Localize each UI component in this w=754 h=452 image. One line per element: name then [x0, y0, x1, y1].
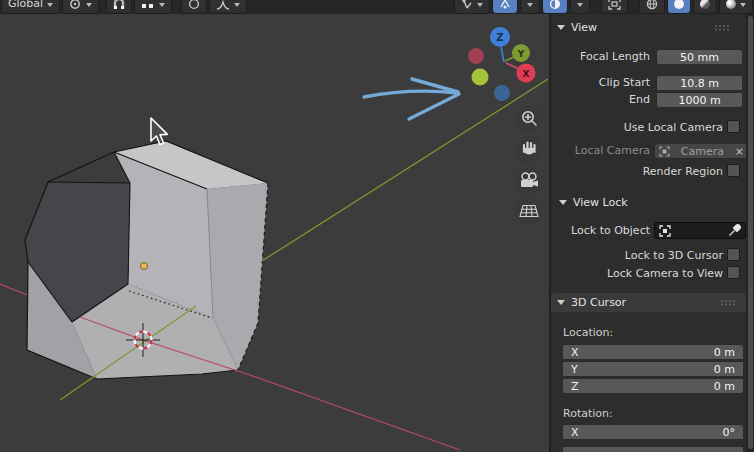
- xray-toggle[interactable]: [542, 0, 568, 14]
- viewport-header-toolbar: Global: [0, 0, 754, 14]
- gizmo-neg-y-ball[interactable]: [472, 69, 489, 86]
- focal-length-label: Focal Length: [551, 49, 650, 64]
- camera-view-button[interactable]: [515, 167, 543, 195]
- viewport-canvas[interactable]: Z Y X: [0, 0, 548, 452]
- gizmo-y-label: Y: [517, 49, 525, 59]
- gizmo-neg-z-ball[interactable]: [494, 85, 510, 101]
- snap-increment-icon: [141, 0, 155, 10]
- blender-window: { "topbar": { "orientation": "Global" },…: [0, 0, 754, 452]
- solid-sphere-icon: [674, 0, 684, 9]
- shading-wireframe-button[interactable]: [639, 0, 665, 14]
- render-region-button[interactable]: [601, 0, 628, 14]
- focal-length-field[interactable]: 50 mm: [656, 49, 743, 65]
- chevron-down-icon: [577, 3, 583, 7]
- local-camera-value: Camera: [670, 145, 735, 158]
- view-panel-title: View: [571, 21, 597, 34]
- render-region-label: Render Region: [551, 164, 723, 179]
- show-gizmo-dropdown[interactable]: [454, 0, 490, 14]
- render-region-icon: [608, 0, 621, 10]
- proportional-falloff-dropdown[interactable]: [209, 0, 247, 14]
- zoom-button[interactable]: [515, 105, 543, 133]
- use-local-camera-label: Use Local Camera: [551, 120, 723, 135]
- chevron-down-icon: [86, 3, 92, 7]
- shading-rendered-button[interactable]: [719, 0, 753, 14]
- panel-drag-grip-icon[interactable]: [714, 24, 730, 31]
- overlays-dropdown[interactable]: [520, 0, 540, 14]
- local-camera-label: Local Camera: [551, 143, 650, 158]
- cursor-location-x-field[interactable]: X 0 m: [562, 344, 744, 360]
- lock-to-object-field[interactable]: [654, 222, 746, 239]
- lock-to-3d-cursor-checkbox[interactable]: [727, 248, 740, 261]
- gizmo-icon: [461, 0, 473, 10]
- snap-toggle-button[interactable]: [106, 0, 132, 14]
- clear-camera-icon[interactable]: ×: [735, 145, 744, 158]
- view-panel-header[interactable]: View: [557, 19, 740, 35]
- cursor-3d-panel-header[interactable]: 3D Cursor: [551, 293, 746, 312]
- panel-drag-grip-icon[interactable]: [720, 299, 736, 306]
- lock-to-object-label: Lock to Object: [551, 223, 650, 238]
- view-lock-title: View Lock: [573, 196, 628, 209]
- transform-orientation-label: Global: [8, 0, 43, 10]
- location-label: Location:: [563, 326, 613, 339]
- grid-ortho-button[interactable]: [515, 197, 543, 225]
- rendered-sphere-icon: [726, 0, 736, 9]
- material-sphere-icon: [700, 0, 710, 9]
- overlays-icon: [499, 0, 511, 10]
- falloff-curve-icon: [216, 0, 230, 10]
- render-region-checkbox[interactable]: [727, 164, 740, 177]
- collapse-triangle-icon: [557, 25, 565, 30]
- gizmo-neg-x-ball[interactable]: [468, 48, 484, 64]
- proportional-editing-toggle[interactable]: [181, 0, 207, 14]
- cursor-location-z-field[interactable]: Z 0 m: [562, 378, 744, 394]
- rotation-label: Rotation:: [563, 407, 613, 420]
- wireframe-sphere-icon: [646, 0, 658, 10]
- object-data-icon: [659, 225, 671, 237]
- local-camera-field[interactable]: Camera ×: [654, 143, 749, 159]
- use-local-camera-checkbox[interactable]: [727, 120, 740, 133]
- sidebar-scrollbar-track[interactable]: [746, 13, 754, 452]
- clip-start-label: Clip Start: [551, 75, 650, 90]
- cursor-rotation-y-field-partial[interactable]: [562, 446, 744, 452]
- sidebar-scrollbar-thumb[interactable]: [748, 16, 753, 449]
- object-origin-dot: [141, 263, 148, 270]
- gizmo-x-label: X: [523, 69, 530, 79]
- clip-end-field[interactable]: 1000 m: [656, 92, 743, 108]
- xray-dropdown[interactable]: [570, 0, 590, 14]
- shading-solid-button[interactable]: [667, 0, 691, 14]
- chevron-down-icon: [159, 3, 165, 7]
- pivot-point-icon: [69, 0, 82, 10]
- clip-end-label: End: [551, 92, 650, 107]
- cursor-3d-panel-title: 3D Cursor: [571, 296, 626, 309]
- show-overlays-toggle[interactable]: [492, 0, 518, 14]
- pan-button[interactable]: [515, 136, 543, 164]
- proportional-editing-icon: [188, 0, 200, 10]
- cursor-rotation-x-field[interactable]: X 0°: [562, 424, 744, 440]
- pivot-point-dropdown[interactable]: [62, 0, 99, 14]
- lock-camera-to-view-label: Lock Camera to View: [551, 266, 723, 281]
- chevron-down-icon: [740, 3, 746, 7]
- snap-settings-dropdown[interactable]: [134, 0, 172, 14]
- chevron-down-icon: [527, 3, 533, 7]
- collapse-triangle-icon: [557, 300, 565, 305]
- lock-camera-to-view-checkbox[interactable]: [727, 266, 740, 279]
- chevron-down-icon: [47, 3, 53, 7]
- magnet-icon: [113, 0, 125, 10]
- cursor-location-y-field[interactable]: Y 0 m: [562, 361, 744, 377]
- shading-material-button[interactable]: [693, 0, 717, 14]
- view-lock-subpanel-header[interactable]: View Lock: [559, 194, 740, 210]
- eyedropper-icon[interactable]: [728, 224, 741, 237]
- transform-orientation-dropdown[interactable]: Global: [1, 0, 60, 14]
- chevron-down-icon: [477, 3, 483, 7]
- clip-start-field[interactable]: 10.8 m: [656, 75, 743, 91]
- camera-data-icon: [659, 146, 670, 157]
- lock-to-3d-cursor-label: Lock to 3D Cursor: [551, 248, 723, 263]
- collapse-triangle-icon: [559, 200, 567, 205]
- chevron-down-icon: [234, 3, 240, 7]
- gizmo-z-label: Z: [496, 32, 503, 43]
- sidebar-view-tab-panel: View Focal Length 50 mm Clip Start 10.8 …: [549, 13, 754, 452]
- xray-icon: [549, 0, 561, 10]
